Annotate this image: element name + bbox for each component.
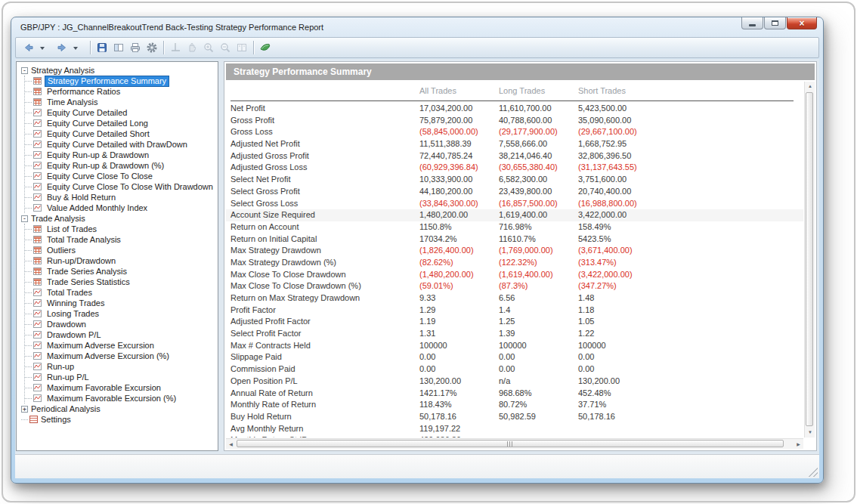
- save-button[interactable]: [94, 39, 110, 56]
- tree-item-equity-curve-detailed-short[interactable]: Equity Curve Detailed Short: [25, 128, 216, 139]
- tree-item-time-analysis[interactable]: Time Analysis: [25, 97, 216, 107]
- chart-icon: [33, 162, 42, 169]
- tree-item-drawdown-p-l[interactable]: Drawdown P/L: [25, 329, 216, 340]
- metric-label: Select Gross Profit: [230, 187, 300, 196]
- tree-item-winning-trades[interactable]: Winning Trades: [25, 298, 216, 308]
- tree-item-run-up[interactable]: Run-up: [25, 361, 216, 372]
- tree-node-settings[interactable]: Settings: [21, 414, 216, 425]
- horizontal-scroll-thumb[interactable]: [237, 440, 784, 447]
- pan-hand-button[interactable]: [184, 39, 200, 56]
- tree-item-equity-curve-close-to-close[interactable]: Equity Curve Close To Close: [25, 171, 216, 181]
- maximize-button[interactable]: [764, 17, 786, 29]
- panels-button[interactable]: [234, 39, 250, 56]
- horizontal-scrollbar[interactable]: ◀ ▶: [226, 438, 803, 449]
- metric-value: 75,879,200.00: [419, 116, 472, 125]
- tree-item-equity-curve-detailed-with-drawdown[interactable]: Equity Curve Detailed with DrawDown: [25, 139, 216, 150]
- report-button[interactable]: [110, 39, 127, 56]
- zoom-in-button[interactable]: [200, 39, 217, 56]
- forward-caret-icon: [73, 42, 85, 54]
- tree-item-strategy-performance-summary[interactable]: Strategy Performance Summary: [25, 76, 216, 86]
- tree-connector: [25, 261, 32, 261]
- tree-item-equity-curve-detailed[interactable]: Equity Curve Detailed: [25, 107, 216, 118]
- titlebar[interactable]: GBP/JPY : JG_ChannelBreakoutTrend Back-T…: [11, 17, 823, 37]
- toolbar-separator: [163, 41, 164, 54]
- table-row: Slippage Paid0.000.000.00: [226, 351, 803, 363]
- tree-item-drawdown[interactable]: Drawdown: [25, 319, 216, 329]
- metric-value: 40,788,600.00: [499, 116, 552, 125]
- tree-item-label: Equity Curve Detailed with DrawDown: [45, 140, 190, 150]
- chart-icon: [33, 193, 42, 201]
- settings-button[interactable]: [144, 39, 160, 56]
- tree-item-list-of-trades[interactable]: List of Trades: [25, 224, 216, 234]
- tree-item-label: Equity Curve Detailed Long: [45, 119, 150, 128]
- metric-value: 80.72%: [499, 400, 527, 409]
- back-caret-button[interactable]: [37, 39, 54, 56]
- forward-caret-button[interactable]: [70, 39, 87, 56]
- axes-button[interactable]: [167, 39, 184, 56]
- vertical-scrollbar[interactable]: ▲ ▼: [804, 82, 815, 438]
- tree-item-equity-run-up-drawdown[interactable]: Equity Run-up & Drawdown (%): [25, 160, 216, 171]
- tree-connector: [25, 102, 32, 103]
- client-area: -Strategy AnalysisStrategy Performance S…: [15, 59, 819, 478]
- tree-item-performance-ratios[interactable]: Performance Ratios: [25, 86, 216, 97]
- table-row: Gross Loss(58,845,000.00)(29,177,900.00)…: [226, 126, 803, 138]
- scroll-right-icon[interactable]: ▶: [794, 439, 803, 450]
- metric-value: 0.00: [578, 364, 594, 373]
- forward-button[interactable]: [54, 39, 70, 56]
- tree-item-equity-run-up-drawdown[interactable]: Equity Run-up & Drawdown: [25, 150, 216, 160]
- tree-item-label: Run-up: [45, 362, 76, 372]
- metric-value: 32,806,396.50: [578, 151, 631, 160]
- scroll-down-icon[interactable]: ▼: [805, 428, 815, 438]
- tree-node-periodical-analysis[interactable]: +Periodical Analysis: [21, 404, 216, 414]
- tree-item-run-up-p-l[interactable]: Run-up P/L: [25, 372, 216, 382]
- tree-item-total-trades[interactable]: Total Trades: [25, 287, 216, 298]
- metric-value: 1.29: [419, 305, 435, 314]
- tree-item-maximum-adverse-excursion[interactable]: Maximum Adverse Excursion (%): [25, 351, 216, 361]
- tree-item-losing-trades[interactable]: Losing Trades: [25, 308, 216, 319]
- minimize-button[interactable]: [741, 17, 763, 29]
- collapse-icon[interactable]: -: [21, 67, 28, 74]
- tree-item-trade-series-analysis[interactable]: Trade Series Analysis: [25, 266, 216, 277]
- tree-item-maximum-favorable-excursion[interactable]: Maximum Favorable Excursion: [25, 382, 216, 393]
- back-button[interactable]: [20, 39, 37, 56]
- tree-item-maximum-adverse-excursion[interactable]: Maximum Adverse Excursion: [25, 340, 216, 351]
- tree-item-equity-curve-detailed-long[interactable]: Equity Curve Detailed Long: [25, 118, 216, 128]
- table-icon: [33, 257, 42, 264]
- metric-value: 119,197.22: [419, 424, 460, 433]
- export-excel-button[interactable]: [257, 39, 274, 56]
- vertical-scroll-thumb[interactable]: [806, 92, 813, 426]
- scroll-left-icon[interactable]: ◀: [226, 439, 236, 450]
- close-button[interactable]: ×: [787, 17, 817, 29]
- tree-item-label: Performance Ratios: [45, 87, 122, 97]
- zoom-out-button[interactable]: [217, 39, 234, 56]
- tree-item-label: Total Trade Analysis: [45, 235, 123, 245]
- tree-item-equity-curve-close-to-close-with-drawdown[interactable]: Equity Curve Close To Close With Drawdow…: [25, 181, 216, 192]
- tree-node-label: Strategy Analysis: [31, 66, 94, 75]
- tree-item-maximum-favorable-excursion[interactable]: Maximum Favorable Excursion (%): [25, 393, 216, 404]
- table-row: Return on Account1150.8%716.98%158.49%: [226, 221, 803, 233]
- metric-value: 0.00: [578, 352, 594, 361]
- scroll-up-icon[interactable]: ▲: [805, 82, 815, 91]
- resize-grip[interactable]: [808, 467, 818, 477]
- report-tree-panel: -Strategy AnalysisStrategy Performance S…: [16, 61, 218, 451]
- tree-item-total-trade-analysis[interactable]: Total Trade Analysis: [25, 234, 216, 245]
- metric-value: (1,826,400.00): [419, 246, 474, 255]
- table-row: Annual Rate of Return1421.17%968.68%452.…: [226, 388, 803, 400]
- expand-icon[interactable]: +: [21, 406, 28, 413]
- print-button[interactable]: [127, 39, 144, 56]
- metric-value: (1,769,000.00): [499, 246, 553, 255]
- metric-value: 1,668,752.95: [578, 139, 627, 148]
- tree-node-strategy-analysis[interactable]: -Strategy Analysis: [21, 65, 216, 76]
- collapse-icon[interactable]: -: [21, 215, 28, 222]
- metric-value: n/a: [499, 376, 510, 385]
- tree-item-outliers[interactable]: Outliers: [25, 245, 216, 255]
- chart-icon: [33, 130, 42, 138]
- tree-item-run-up-drawdown[interactable]: Run-up/Drawdown: [25, 255, 216, 266]
- tree-node-trade-analysis[interactable]: -Trade Analysis: [21, 213, 216, 224]
- tree-item-buy-hold-return[interactable]: Buy & Hold Return: [25, 192, 216, 203]
- metric-value: 130,200.00: [419, 376, 461, 385]
- tree-item-trade-series-statistics[interactable]: Trade Series Statistics: [25, 277, 216, 287]
- tree-item-value-added-monthly-index[interactable]: Value Added Monthly Index: [25, 203, 216, 213]
- tree-connector: [25, 377, 32, 378]
- tree-item-label: Outliers: [45, 246, 78, 255]
